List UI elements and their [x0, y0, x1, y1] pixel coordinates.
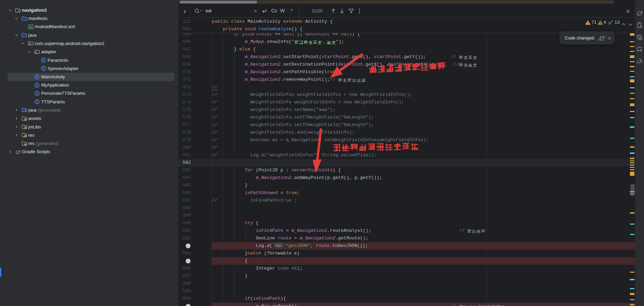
svg-text:C: C — [42, 58, 45, 62]
svg-text:C: C — [36, 83, 38, 87]
svg-text:C: C — [36, 75, 38, 79]
svg-text:M: M — [30, 25, 32, 29]
svg-text:C: C — [42, 67, 45, 70]
svg-text:C: C — [36, 100, 38, 104]
svg-text:C: C — [36, 92, 38, 95]
svg-text:*: * — [25, 109, 26, 113]
